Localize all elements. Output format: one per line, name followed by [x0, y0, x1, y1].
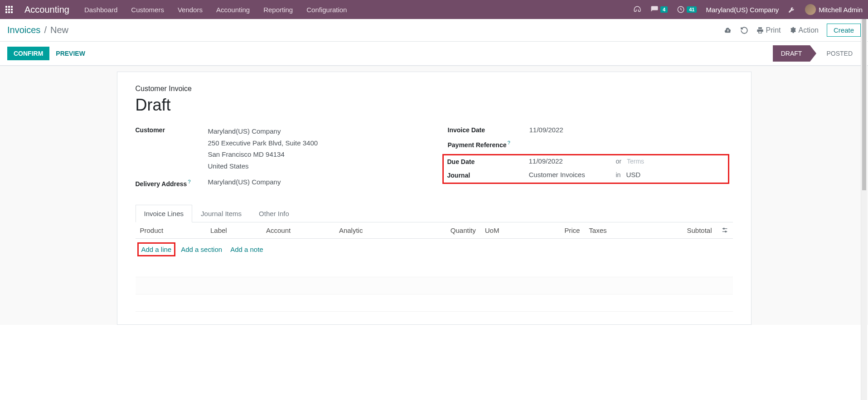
cloud-upload-icon[interactable] — [724, 26, 732, 34]
breadcrumb-current: New — [50, 25, 68, 35]
tools-icon[interactable] — [788, 5, 796, 14]
col-price[interactable]: Price — [531, 222, 585, 239]
label-delivery-address: Delivery Address? — [136, 178, 208, 188]
terms-placeholder[interactable]: Terms — [627, 158, 644, 165]
company-switcher[interactable]: Maryland(US) Company — [706, 6, 779, 14]
navbar-brand[interactable]: Accounting — [24, 5, 69, 15]
menu-accounting[interactable]: Accounting — [216, 6, 250, 14]
col-subtotal[interactable]: Subtotal — [643, 222, 717, 239]
scrollbar[interactable] — [861, 19, 867, 325]
activities-icon[interactable]: 41 — [677, 5, 697, 14]
value-due-date[interactable]: 11/09/2022 — [529, 157, 611, 165]
due-or-text: or — [616, 158, 621, 165]
highlight-due-journal: Due Date 11/09/2022 or Terms Journal Cus… — [442, 154, 729, 184]
menu-reporting[interactable]: Reporting — [263, 6, 293, 14]
breadcrumb-invoices[interactable]: Invoices — [7, 25, 40, 35]
menu-dashboard[interactable]: Dashboard — [84, 6, 117, 14]
discard-icon[interactable] — [740, 26, 748, 34]
status-bar: CONFIRM PREVIEW DRAFT POSTED — [0, 42, 868, 66]
help-icon[interactable]: ? — [188, 179, 190, 184]
value-invoice-date[interactable]: 11/09/2022 — [529, 126, 563, 134]
activities-badge: 41 — [687, 6, 697, 13]
control-bar: Invoices / New Print Action Create — [0, 19, 868, 42]
add-a-note[interactable]: Add a note — [230, 246, 263, 253]
messages-icon[interactable]: 4 — [650, 5, 668, 14]
value-delivery-address[interactable]: Maryland(US) Company — [208, 178, 281, 186]
tab-invoice-lines[interactable]: Invoice Lines — [136, 205, 193, 222]
add-a-section[interactable]: Add a section — [181, 246, 222, 253]
breadcrumb: Invoices / New — [7, 25, 68, 35]
col-quantity[interactable]: Quantity — [406, 222, 480, 239]
col-uom[interactable]: UoM — [480, 222, 531, 239]
tab-journal-items[interactable]: Journal Items — [192, 205, 250, 222]
tab-other-info[interactable]: Other Info — [250, 205, 298, 222]
col-product[interactable]: Product — [136, 222, 206, 239]
scrollbar-thumb[interactable] — [862, 19, 866, 190]
form-subtitle: Customer Invoice — [136, 85, 733, 93]
help-icon[interactable]: ? — [507, 140, 510, 145]
menu-customers[interactable]: Customers — [131, 6, 164, 14]
form-sheet: Customer Invoice Draft Customer Maryland… — [117, 72, 752, 325]
confirm-button[interactable]: CONFIRM — [7, 47, 49, 60]
action-button[interactable]: Action — [789, 26, 819, 34]
messages-badge: 4 — [660, 6, 668, 13]
value-journal[interactable]: Customer Invoices — [529, 171, 611, 178]
avatar — [805, 4, 816, 15]
form-title: Draft — [136, 96, 733, 115]
create-button[interactable]: Create — [827, 24, 861, 37]
col-label[interactable]: Label — [206, 222, 262, 239]
label-invoice-date: Invoice Date — [448, 125, 529, 134]
label-payment-reference: Payment Reference? — [448, 139, 529, 149]
navbar: Accounting Dashboard Customers Vendors A… — [0, 0, 868, 19]
value-currency[interactable]: USD — [626, 171, 708, 178]
user-menu[interactable]: Mitchell Admin — [805, 4, 863, 15]
status-draft[interactable]: DRAFT — [773, 45, 810, 62]
add-a-line[interactable]: Add a line — [137, 242, 176, 256]
svg-point-4 — [725, 231, 726, 232]
voip-icon[interactable] — [633, 5, 641, 14]
table-row — [136, 260, 733, 277]
menu-vendors[interactable]: Vendors — [178, 6, 203, 14]
apps-icon[interactable] — [5, 6, 13, 13]
preview-button[interactable]: PREVIEW — [56, 50, 85, 57]
label-due-date: Due Date — [447, 157, 529, 165]
invoice-lines-table: Product Label Account Analytic Quantity … — [136, 222, 733, 312]
label-customer: Customer — [136, 125, 208, 134]
col-analytic[interactable]: Analytic — [335, 222, 406, 239]
status-posted[interactable]: POSTED — [818, 45, 861, 62]
journal-in-text: in — [616, 171, 621, 178]
label-journal: Journal — [447, 171, 529, 179]
col-account[interactable]: Account — [262, 222, 335, 239]
tabs: Invoice Lines Journal Items Other Info — [136, 205, 733, 222]
menu-configuration[interactable]: Configuration — [306, 6, 347, 14]
col-taxes[interactable]: Taxes — [584, 222, 642, 239]
print-button[interactable]: Print — [756, 26, 781, 34]
svg-point-3 — [723, 228, 724, 229]
value-customer[interactable]: Maryland(US) Company 250 Executive Park … — [208, 125, 318, 172]
table-row — [136, 294, 733, 312]
adjust-columns-icon[interactable] — [721, 227, 728, 234]
user-name: Mitchell Admin — [819, 6, 863, 14]
table-row — [136, 277, 733, 294]
